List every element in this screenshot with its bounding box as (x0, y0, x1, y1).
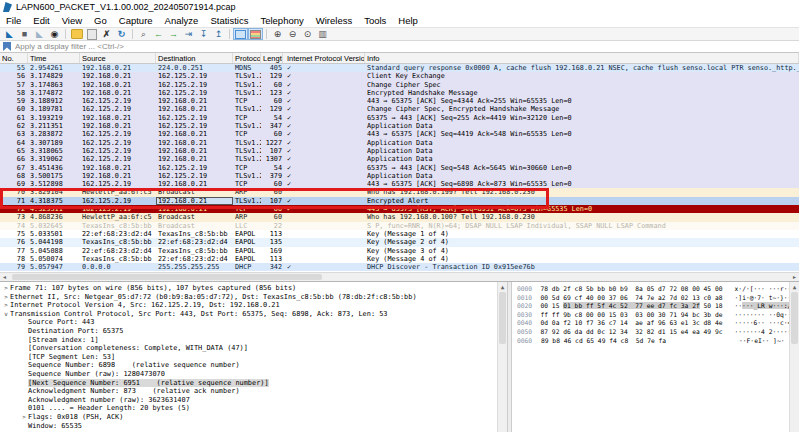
go-to-packet-icon[interactable]: ⇥ (181, 28, 196, 40)
menu-view[interactable]: View (56, 15, 88, 26)
detail-line-6[interactable]: Destination Port: 65375 (0, 327, 507, 336)
menu-capture[interactable]: Capture (113, 15, 159, 26)
packet-row-74[interactable]: 745.032645TexasIns_c8:5b:bbBroadcastLLC2… (0, 222, 799, 230)
detail-line-3[interactable]: >Internet Protocol Version 4, Src: 162.1… (0, 301, 507, 310)
menu-help[interactable]: Help (392, 15, 424, 26)
zoom-100-icon[interactable]: ⊙ (300, 28, 315, 40)
packet-list-hscrollbar[interactable]: ◂ ▸ (0, 272, 799, 281)
packet-row-62[interactable]: 623.211351192.168.0.21162.125.2.19TLSv1.… (0, 122, 799, 130)
detail-line-14[interactable]: Acknowledgment number (raw): 3623631407 (0, 396, 507, 405)
close-file-icon[interactable]: ✗ (99, 28, 114, 40)
go-to-last-icon[interactable]: ↧ (196, 28, 211, 40)
restart-capture-icon[interactable]: ◣ (32, 28, 47, 40)
stop-capture-icon[interactable]: ■ (17, 28, 32, 40)
go-to-first-icon[interactable]: ↥ (211, 28, 226, 40)
find-packet-icon[interactable]: ⌕ (136, 28, 151, 40)
colorize-icon[interactable] (248, 28, 263, 40)
packet-row-66[interactable]: 663.319062162.125.2.19192.168.0.21TLSv1.… (0, 155, 799, 163)
packet-row-72[interactable]: 724.323311162.125.2.19192.168.0.21TCP60✓… (0, 205, 799, 213)
hscroll-left-arrow-icon[interactable]: ◂ (0, 273, 9, 281)
expand-arrow-icon[interactable]: > (2, 293, 10, 302)
vscroll-thumb[interactable] (499, 292, 506, 344)
resize-columns-icon[interactable]: ▥ (315, 28, 330, 40)
detail-line-8[interactable]: [Conversation completeness: Complete, WI… (0, 344, 507, 353)
packet-row-64[interactable]: 643.307189162.125.2.19192.168.0.21TLSv1.… (0, 139, 799, 147)
expand-arrow-icon[interactable]: > (2, 284, 10, 293)
packet-row-75[interactable]: 755.03350122:ef:68:23:d2:d4TexasIns_c8:5… (0, 230, 799, 238)
packet-row-70[interactable]: 703.829104HewlettP_aa:6f:c5BroadcastARP6… (0, 188, 799, 196)
detail-line-12[interactable]: [Next Sequence Number: 6951 (relative se… (0, 379, 507, 388)
vscroll-up-arrow-icon[interactable]: ▲ (498, 282, 507, 291)
packet-row-77[interactable]: 775.04508822:ef:68:23:d2:d4TexasIns_c8:5… (0, 247, 799, 255)
packet-row-73[interactable]: 734.868236HewlettP_aa:6f:c5BroadcastARP6… (0, 213, 799, 221)
hex-row-0010[interactable]: 001000 5d 69 cf 40 00 37 06 74 7e a2 7d … (517, 294, 799, 303)
packet-row-67[interactable]: 673.451436192.168.0.21162.125.2.19TCP54✓… (0, 164, 799, 172)
hex-row-0000[interactable]: 000078 db 2f c8 5b bb b0 b9 8a 05 d7 72 … (517, 285, 799, 294)
start-capture-icon[interactable]: ◣ (2, 28, 17, 40)
go-back-icon[interactable]: ← (151, 28, 166, 40)
menu-analyze[interactable]: Analyze (159, 15, 205, 26)
column-header-time[interactable]: Time (28, 53, 80, 63)
column-header-len[interactable]: Length (261, 53, 283, 63)
detail-line-9[interactable]: [TCP Segment Len: 53] (0, 353, 507, 362)
packet-row-68[interactable]: 683.500175192.168.0.21162.125.2.19TLSv1.… (0, 172, 799, 180)
menu-statistics[interactable]: Statistics (204, 15, 254, 26)
expand-arrow-icon[interactable]: > (20, 413, 28, 422)
hex-row-0020[interactable]: 002000 15 01 bb ff 5f 4c 52 77 ee d7 fc … (517, 302, 799, 311)
detail-line-15[interactable]: 0101 .... = Header Length: 20 bytes (5) (0, 404, 507, 413)
menu-telephony[interactable]: Telephony (254, 15, 309, 26)
packet-row-78[interactable]: 785.050074TexasIns_c8:5b:bb22:ef:68:23:d… (0, 255, 799, 263)
packet-row-59[interactable]: 593.188912162.125.2.19192.168.0.21TCP60✓… (0, 97, 799, 105)
menu-wireless[interactable]: Wireless (310, 15, 358, 26)
hex-row-0030[interactable]: 0030ff ff 9b c8 00 00 15 03 03 00 30 71 … (517, 311, 799, 320)
packet-row-63[interactable]: 633.283872162.125.2.19192.168.0.21TCP60✓… (0, 130, 799, 138)
column-header-no[interactable]: No. (0, 53, 28, 63)
packet-row-65[interactable]: 653.318065162.125.2.19192.168.0.21TLSv1.… (0, 147, 799, 155)
hex-vscroll-thumb[interactable] (791, 292, 798, 344)
packet-row-76[interactable]: 765.044198TexasIns_c8:5b:bb22:ef:68:23:d… (0, 238, 799, 246)
display-filter-input[interactable]: Apply a display filter ... <Ctrl-/> (15, 42, 124, 51)
hex-row-0060[interactable]: 006089 b8 46 cd 65 49 f4 c8 5d 7e fa··F·… (517, 337, 799, 346)
open-file-icon[interactable] (69, 28, 84, 40)
zoom-out-icon[interactable]: ⊖ (285, 28, 300, 40)
detail-line-17[interactable]: Window: 65535 (0, 422, 507, 431)
column-header-dst[interactable]: Destination (156, 53, 233, 63)
menu-go[interactable]: Go (88, 15, 113, 26)
go-forward-icon[interactable]: → (166, 28, 181, 40)
menu-file[interactable]: File (0, 15, 27, 26)
detail-line-16[interactable]: >Flags: 0x018 (PSH, ACK) (0, 413, 507, 422)
reload-icon[interactable]: ↻ (114, 28, 129, 40)
column-header-v4[interactable]: Internet Protocol Version 4 (283, 53, 365, 63)
detail-line-13[interactable]: Acknowledgment Number: 873 (relative ack… (0, 387, 507, 396)
hex-vscroll-up-arrow-icon[interactable]: ▲ (790, 282, 799, 291)
detail-line-5[interactable]: Source Port: 443 (0, 318, 507, 327)
packet-row-55[interactable]: 552.954261192.168.0.21224.0.0.251MDNS405… (0, 64, 799, 72)
menu-edit[interactable]: Edit (27, 15, 55, 26)
packet-row-61[interactable]: 613.193219192.168.0.21162.125.2.19TCP54✓… (0, 114, 799, 122)
hscroll-thumb[interactable] (12, 274, 322, 280)
packet-row-71[interactable]: 714.318375162.125.2.19192.168.0.21TLSv1.… (0, 197, 799, 205)
column-header-info[interactable]: Info (365, 53, 799, 63)
packet-row-58[interactable]: 583.174872192.168.0.21162.125.2.19TLSv1.… (0, 89, 799, 97)
detail-line-7[interactable]: [Stream index: 1] (0, 336, 507, 345)
detail-vscrollbar[interactable]: ▲ (497, 282, 507, 432)
menu-tools[interactable]: Tools (358, 15, 392, 26)
hex-vscrollbar[interactable]: ▲ (789, 282, 799, 432)
hex-row-0040[interactable]: 00400d 0a f2 10 f7 36 c7 14 ae af 96 63 … (517, 319, 799, 328)
detail-line-1[interactable]: >Frame 71: 107 bytes on wire (856 bits),… (0, 284, 507, 293)
expand-arrow-icon[interactable]: v (2, 310, 10, 319)
save-file-icon[interactable] (84, 28, 99, 40)
capture-options-icon[interactable]: ◉ (47, 28, 62, 40)
column-header-proto[interactable]: Protocol (233, 53, 261, 63)
detail-line-4[interactable]: vTransmission Control Protocol, Src Port… (0, 310, 507, 319)
auto-scroll-icon[interactable] (233, 28, 248, 40)
filter-bookmark-icon[interactable] (3, 42, 11, 51)
column-header-src[interactable]: Source (80, 53, 156, 63)
packet-row-69[interactable]: 693.512898162.125.2.19192.168.0.21TCP60✓… (0, 180, 799, 188)
detail-line-11[interactable]: Sequence Number (raw): 1280473070 (0, 370, 507, 379)
detail-line-10[interactable]: Sequence Number: 6898 (relative sequence… (0, 361, 507, 370)
hscroll-right-arrow-icon[interactable]: ▸ (790, 273, 799, 281)
packet-row-79[interactable]: 795.0579470.0.0.0255.255.255.255DHCP342✓… (0, 263, 799, 271)
expand-arrow-icon[interactable]: > (2, 301, 10, 310)
packet-row-57[interactable]: 573.174863192.168.0.21162.125.2.19TLSv1.… (0, 81, 799, 89)
